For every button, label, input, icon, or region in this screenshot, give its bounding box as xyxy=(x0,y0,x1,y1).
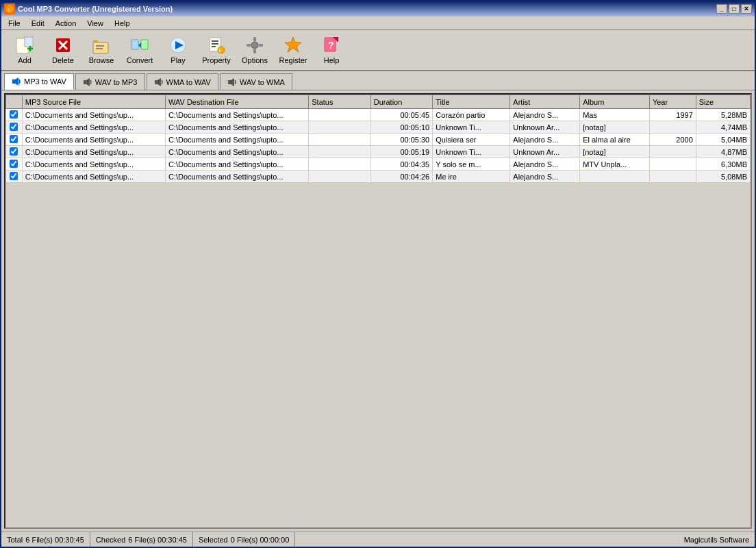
row-destination: C:\Documents and Settings\upto... xyxy=(166,158,309,171)
row-title: Me ire xyxy=(433,171,510,183)
help-button[interactable]: ? Help xyxy=(314,32,349,68)
svg-rect-12 xyxy=(96,48,103,49)
window-title: Cool MP3 Converter (Unregistered Version… xyxy=(18,5,173,13)
content-area: MP3 Source File WAV Destination File Sta… xyxy=(1,90,755,532)
browse-button[interactable]: Browse xyxy=(84,32,119,68)
total-value: 6 File(s) 00:30:45 xyxy=(25,536,84,544)
row-duration: 00:04:26 xyxy=(370,171,432,183)
col-source: MP3 Source File xyxy=(22,95,165,109)
add-label: Add xyxy=(18,56,32,64)
menu-view[interactable]: View xyxy=(83,18,108,29)
options-label: Options xyxy=(242,56,268,64)
row-year xyxy=(649,171,696,183)
close-button[interactable]: ✕ xyxy=(741,4,752,14)
svg-rect-14 xyxy=(141,40,148,49)
toolbar: Add Delete Browse xyxy=(1,30,755,71)
row-year xyxy=(649,158,696,171)
browse-label: Browse xyxy=(89,56,114,64)
table-wrapper[interactable]: MP3 Source File WAV Destination File Sta… xyxy=(4,93,752,529)
svg-rect-37 xyxy=(155,80,158,84)
tab-wav-to-wma-label: WAV to WMA xyxy=(240,78,285,86)
menu-bar: File Edit Action View Help xyxy=(1,16,755,30)
tab-bar: MP3 to WAV WAV to MP3 WMA to WAV xyxy=(1,71,755,90)
svg-rect-35 xyxy=(84,80,86,84)
svg-point-24 xyxy=(251,42,258,49)
svg-rect-20 xyxy=(212,43,218,45)
help-icon: ? xyxy=(322,36,341,55)
table-row[interactable]: C:\Documents and Settings\up...C:\Docume… xyxy=(6,134,751,146)
row-year: 2000 xyxy=(649,134,696,146)
row-checkbox[interactable] xyxy=(10,123,18,131)
row-checkbox[interactable] xyxy=(10,147,18,155)
property-button[interactable]: i Property xyxy=(199,32,234,68)
row-album: [notag] xyxy=(580,121,650,134)
svg-text:♪: ♪ xyxy=(7,6,10,13)
svg-rect-3 xyxy=(25,37,33,47)
row-title: Unknown Ti... xyxy=(433,146,510,158)
svg-rect-19 xyxy=(212,40,218,42)
table-row[interactable]: C:\Documents and Settings\up...C:\Docume… xyxy=(6,158,751,171)
table-row[interactable]: C:\Documents and Settings\up...C:\Docume… xyxy=(6,146,751,158)
row-checkbox-cell xyxy=(6,171,23,183)
row-source: C:\Documents and Settings\up... xyxy=(22,158,165,171)
help-label: Help xyxy=(324,56,340,64)
row-year xyxy=(649,146,696,158)
table-row[interactable]: C:\Documents and Settings\up...C:\Docume… xyxy=(6,171,751,183)
register-button[interactable]: Register xyxy=(275,32,311,68)
convert-icon xyxy=(130,36,149,55)
minimize-button[interactable]: _ xyxy=(716,4,727,14)
svg-rect-27 xyxy=(247,44,251,47)
tab-wav-to-mp3[interactable]: WAV to MP3 xyxy=(75,73,145,90)
row-checkbox[interactable] xyxy=(10,135,18,143)
row-destination: C:\Documents and Settings\upto... xyxy=(166,134,309,146)
app-icon: ♪ xyxy=(4,3,15,14)
row-size: 5,04MB xyxy=(696,134,750,146)
file-table: MP3 Source File WAV Destination File Sta… xyxy=(5,95,751,183)
delete-button[interactable]: Delete xyxy=(45,32,81,68)
svg-marker-40 xyxy=(231,78,234,86)
row-checkbox-cell xyxy=(6,158,23,171)
tab-mp3-to-wav[interactable]: MP3 to WAV xyxy=(4,73,74,90)
table-row[interactable]: C:\Documents and Settings\up...C:\Docume… xyxy=(6,121,751,134)
col-artist: Artist xyxy=(510,95,580,109)
row-artist: Alejandro S... xyxy=(510,158,580,171)
table-row[interactable]: C:\Documents and Settings\up...C:\Docume… xyxy=(6,109,751,121)
status-checked: Checked 6 File(s) 00:30:45 xyxy=(90,532,193,547)
browse-icon xyxy=(92,36,111,55)
menu-action[interactable]: Action xyxy=(51,18,81,29)
row-checkbox[interactable] xyxy=(10,172,18,180)
play-button[interactable]: Play xyxy=(160,32,196,68)
row-source: C:\Documents and Settings\up... xyxy=(22,171,165,183)
options-button[interactable]: Options xyxy=(237,32,273,68)
row-artist: Alejandro S... xyxy=(510,109,580,121)
row-album: MTV Unpla... xyxy=(580,158,650,171)
row-destination: C:\Documents and Settings\upto... xyxy=(166,146,309,158)
row-size: 4,87MB xyxy=(696,146,750,158)
maximize-button[interactable]: □ xyxy=(729,4,740,14)
tab-wav-to-wma[interactable]: WAV to WMA xyxy=(220,73,292,90)
menu-edit[interactable]: Edit xyxy=(27,18,49,29)
menu-help[interactable]: Help xyxy=(110,18,134,29)
row-duration: 00:05:45 xyxy=(370,109,432,121)
row-year xyxy=(649,121,696,134)
row-status xyxy=(309,171,370,183)
row-checkbox[interactable] xyxy=(10,110,18,119)
add-button[interactable]: Add xyxy=(7,32,42,68)
row-duration: 00:05:19 xyxy=(370,146,432,158)
convert-button[interactable]: Convert xyxy=(122,32,158,68)
row-checkbox-cell xyxy=(6,146,23,158)
delete-label: Delete xyxy=(52,56,74,64)
svg-text:?: ? xyxy=(328,40,334,51)
row-title: Unknown Ti... xyxy=(433,121,510,134)
row-destination: C:\Documents and Settings\upto... xyxy=(166,109,309,121)
col-checkbox xyxy=(6,95,23,109)
svg-rect-39 xyxy=(228,80,231,84)
svg-rect-28 xyxy=(259,44,263,47)
menu-file[interactable]: File xyxy=(4,18,25,29)
svg-marker-15 xyxy=(138,42,141,48)
register-label: Register xyxy=(279,56,307,64)
col-size: Size xyxy=(696,95,750,109)
tab-wma-to-wav[interactable]: WMA to WAV xyxy=(147,73,218,90)
speaker-icon-4 xyxy=(227,77,237,87)
row-checkbox[interactable] xyxy=(10,160,18,168)
